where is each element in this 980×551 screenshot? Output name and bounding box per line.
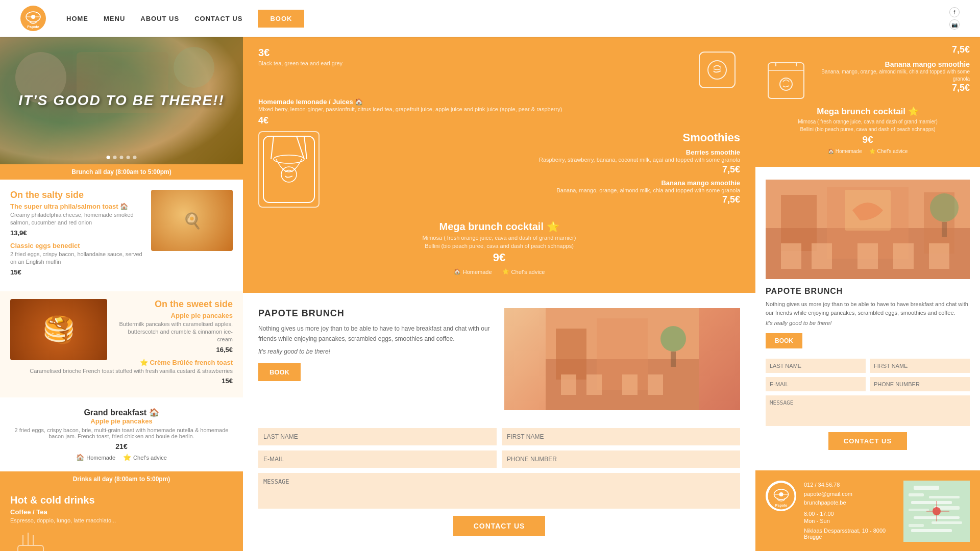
name-row [258,428,740,445]
creme-brulee-price: 15€ [10,377,233,385]
banana-smoothie-name: Banana mango smoothie [325,179,740,187]
drinks-sub: Coffee / Tea [10,508,233,516]
grand-breakfast-section: Grand breakfast 🏠 Apple pie pancakes 2 f… [10,397,233,471]
svg-rect-26 [561,374,576,395]
svg-rect-48 [942,222,947,237]
right-phone-input[interactable] [870,377,970,391]
nav-home[interactable]: HOME [66,15,88,22]
first-name-input[interactable] [502,428,740,445]
right-chefs-badge: ⭐ Chef's advice [869,148,908,154]
footer-phone: 012 / 34.56.78 [804,481,896,490]
instagram-icon[interactable]: 📷 [949,19,960,30]
center-about-tagline: It's really good to be there! [258,348,494,355]
nav-about[interactable]: ABOUT US [140,15,179,22]
svg-rect-42 [781,243,801,269]
right-mega-price: 9€ [773,134,962,145]
nav-contact[interactable]: CONTACT US [194,15,242,22]
svg-rect-65 [911,529,952,532]
nav-book-button[interactable]: BOOK [258,10,304,28]
berries-smoothie-name: Berries smoothie [325,148,740,156]
pancake-image: 🥞 [10,299,107,360]
dish-eggs-desc: 2 fried eggs, crispy bacon, hollandaise … [10,251,233,266]
right-item1-name: Banana mango smoothie [812,60,970,68]
right-message-textarea[interactable] [766,395,970,426]
svg-rect-57 [909,493,924,496]
star-icon: ⭐ [123,454,131,461]
svg-line-17 [271,136,274,159]
footer-address: Niklaas Desparsstraat, 10 - 8000 Brugge [804,528,896,540]
center-restaurant-image [504,308,740,410]
grand-title: Grand breakfast 🏠 [10,408,233,417]
svg-point-47 [930,193,959,222]
salty-food-image: 🍳 [151,190,233,251]
right-about-title: PAPOTE BRUNCH [766,287,970,296]
email-input[interactable] [258,450,497,468]
house-icon-right: 🏠 [828,148,834,154]
right-book-button[interactable]: BOOK [766,333,802,348]
homemade-badge-center: 🏠 Homemade [454,268,492,275]
svg-rect-31 [671,352,676,367]
lemonade-name: Homemade lemonade / Juices 🏠 [258,98,740,106]
svg-rect-32 [768,63,804,98]
right-email-input[interactable] [766,377,866,391]
salty-section: 🍳 On the salty side The super ultra phil… [10,190,233,281]
message-textarea[interactable] [258,473,740,509]
svg-rect-27 [586,374,602,395]
last-name-input[interactable] [258,428,497,445]
right-contact-submit-button[interactable]: CONTACT US [828,432,907,450]
svg-rect-24 [556,329,586,380]
svg-rect-60 [909,509,929,511]
footer-website: brunchpapote.be [804,498,896,508]
nav-menu[interactable]: MENU [104,15,125,22]
center-contact-form: CONTACT US [258,428,740,536]
svg-point-7 [174,47,214,88]
phone-input[interactable] [502,450,740,468]
mega-cocktail-badges: 🏠 Homemade ⭐ Chef's advice [258,268,740,275]
footer-days: Mon - Sun [804,517,896,526]
right-mega-badges: 🏠 Homemade ⭐ Chef's advice [773,148,962,154]
star-icon-right: ⭐ [869,148,875,154]
svg-rect-63 [909,524,924,527]
svg-point-30 [660,326,686,352]
footer: Papote 012 / 34.56.78 papote@gmail.com b… [755,470,980,551]
hero-image: IT'S GOOD TO BE THERE!! [0,37,243,164]
right-mega-section: Mega brunch cocktail ⭐ Mimosa ( fresh or… [766,106,970,154]
svg-text:Papote: Papote [775,504,787,508]
map-placeholder[interactable] [903,481,970,542]
right-name-row [766,359,970,373]
footer-hours: 8:00 - 17:00 [804,511,896,517]
svg-point-19 [274,155,304,163]
right-white-section: PAPOTE BRUNCH Nothing gives us more joy … [755,167,980,470]
right-restaurant-image [766,180,970,279]
grand-sub: Apple pie pancakes [10,417,233,425]
svg-rect-9 [18,545,43,551]
hero-dots [107,156,137,159]
svg-line-18 [304,136,307,159]
center-orange-menu: 3€ Black tea, green tea and earl grey Ho… [243,37,755,293]
house-icon-center: 🏠 [454,268,461,275]
food-placeholder: 🍳 [151,190,233,251]
grand-desc: 2 fried eggs, crispy bacon, brie, multi-… [10,427,233,439]
right-first-name-input[interactable] [870,359,970,373]
black-tea-desc: Black tea, green tea and earl grey [258,60,342,66]
left-scroll-content: 🍳 On the salty side The super ultra phil… [0,180,243,551]
homemade-badge: 🏠 Homemade [76,454,115,461]
right-contact-btn-wrapper: CONTACT US [766,432,970,450]
right-last-name-input[interactable] [766,359,866,373]
mega-cocktail-desc2: Bellini (bio peach puree, cava and dash … [258,243,740,249]
hot-cold-drinks-section: Hot & cold drinks Coffee / Tea Espresso,… [0,487,243,551]
sweet-section: 🥞 On the sweet side Apple pie pancakes B… [0,291,243,398]
svg-rect-16 [263,136,314,203]
facebook-icon[interactable]: f [949,7,960,17]
contact-submit-button[interactable]: CONTACT US [453,516,546,536]
right-contact-row [766,377,970,391]
logo[interactable]: Papote [20,6,46,31]
drinks-hours-bar: Drinks all day (8:00am to 5:00pm) [0,471,243,487]
svg-rect-56 [914,486,939,490]
footer-info: 012 / 34.56.78 papote@gmail.com brunchpa… [804,481,896,542]
main-content: IT'S GOOD TO BE THERE!! Brunch all day (… [0,37,980,551]
right-item1-desc: Banana, mango, orange, almond milk, chia… [812,68,970,83]
svg-rect-46 [929,243,949,269]
right-mega-name: Mega brunch cocktail ⭐ [773,106,962,117]
center-book-button[interactable]: BOOK [258,363,301,381]
